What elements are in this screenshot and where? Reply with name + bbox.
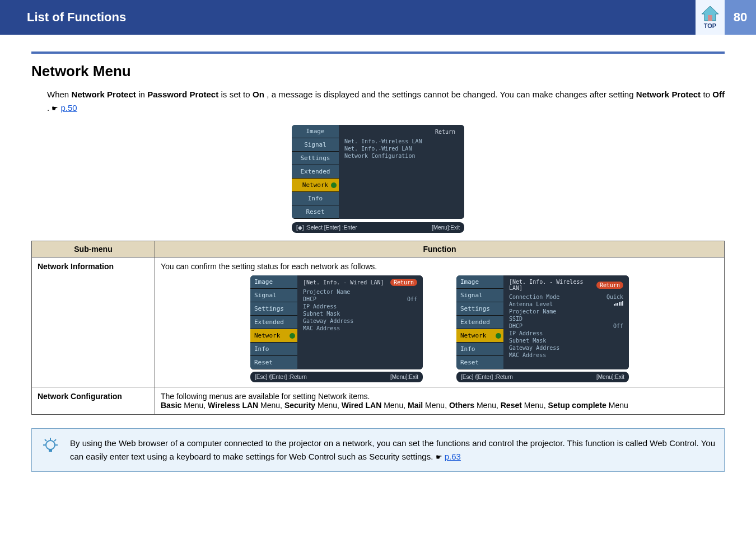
panel-title: [Net. Info. - Wireless LAN] [509,279,596,291]
wireless-block: Image Signal Settings Extended Network I… [456,275,629,382]
text: to [703,90,712,99]
text-bold: Off [712,90,725,99]
pointer-icon: ☛ [436,453,442,461]
svg-point-3 [46,441,55,449]
t: Menu [606,401,628,410]
k: DHCP [509,323,522,329]
menu-footer: [Esc] /[Enter] :Return [Menu]:Exit [250,372,423,382]
menu-item-image: Image [292,125,339,138]
b: Wireless LAN [208,401,258,410]
row-desc: You can confirm the setting status for e… [161,262,718,271]
svg-line-8 [45,439,46,441]
tip-text: By using the Web browser of a computer c… [70,437,715,463]
t: Menu, [423,401,449,410]
menu-item-extended: Extended [292,165,339,179]
menu-item: Reset [250,356,297,369]
cell-submenu: Network Configuration [32,387,155,415]
menu-footer: [Esc] /[Enter] :Return [Menu]:Exit [456,372,629,382]
menu-right-panel: Return Net. Info.-Wireless LAN Net. Info… [339,125,464,219]
menu-item: Signal [250,289,297,302]
menu-opt: Net. Info.-Wireless LAN [344,138,422,144]
th-function: Function [155,241,725,257]
page-number: 80 [725,0,756,35]
cell-function: The following menus are available for se… [155,387,725,415]
text: When [47,90,72,99]
k: Gateway Address [509,345,559,351]
top-button[interactable]: TOP [696,0,725,35]
menu-footer: [◆] :Select [Enter] :Enter [Menu]:Exit [292,222,464,233]
menu-item: Settings [456,302,503,316]
menu-shot-main: Image Signal Settings Extended Network I… [292,125,464,219]
return-label: Return [432,128,459,135]
text: , a message is displayed and the setting… [267,90,636,99]
menu-item-info: Info [292,192,339,205]
cell-submenu: Network Information [32,257,155,387]
menu-item: Info [456,343,503,356]
menu-item: Signal [456,289,503,302]
k: Projector Name [509,308,556,315]
text-bold: Network Protect [72,90,136,99]
v: Off [407,296,417,302]
antenna-bars-icon [614,301,623,306]
menu-left-list: Image Signal Settings Extended Network I… [292,125,339,219]
divider [31,51,725,54]
k: MAC Address [509,352,546,358]
menu-item-selected: Network [456,329,503,343]
pointer-icon: ☛ [52,104,58,113]
v: Off [613,323,623,329]
lightbulb-icon [41,437,60,460]
section-heading: Network Menu [31,63,725,80]
page-link[interactable]: p.50 [61,103,77,113]
foot-left: [Esc] /[Enter] :Return [461,374,513,380]
home-top-icon: TOP [701,5,720,30]
menu-item-settings: Settings [292,152,339,165]
k: Gateway Address [303,318,353,324]
row-desc: The following menus are available for se… [161,392,718,401]
wired-block: Image Signal Settings Extended Network I… [250,275,423,382]
foot-right: [Menu]:Exit [390,374,418,380]
menu-item-reset: Reset [292,205,339,219]
b: Reset [501,401,522,410]
menu-item-network-selected: Network [292,179,339,192]
foot-left: [◆] :Select [Enter] :Enter [296,224,357,231]
intro-paragraph: When Network Protect in Password Protect… [47,88,725,115]
t: Menu, [474,401,501,410]
foot-right: [Menu]:Exit [432,224,460,231]
foot-right: [Menu]:Exit [596,374,624,380]
k: Subnet Mask [303,311,340,317]
t: Menu, [522,401,548,410]
menu-opt: Net. Info.-Wired LAN [344,146,412,152]
page-body: Network Menu When Network Protect in Pas… [0,35,756,483]
v: Quick [606,294,623,300]
return-badge: Return [596,282,623,289]
page-link[interactable]: p.63 [445,452,461,461]
page-title: List of Functions [27,10,126,25]
text-bold: Password Protect [147,90,218,99]
text-bold: On [253,90,264,99]
header-right: TOP 80 [696,0,756,35]
t: Menu, [381,401,408,410]
menu-shot-wired: Image Signal Settings Extended Network I… [250,275,423,369]
menu-item: Image [456,275,503,289]
menu-item-signal: Signal [292,138,339,152]
svg-rect-4 [49,449,52,452]
tip-box: By using the Web browser of a computer c… [31,428,725,472]
t: Menu, [181,401,208,410]
b: Others [449,401,474,410]
svg-line-9 [54,439,56,441]
menu-item: Extended [250,316,297,329]
k: Subnet Mask [509,338,546,344]
k: Projector Name [303,289,350,295]
t: Menu, [315,401,342,410]
menu-item: Image [250,275,297,289]
function-table: Sub-menu Function Network Information Yo… [31,241,725,415]
k: IP Address [303,303,337,310]
menu-item: Extended [456,316,503,329]
cell-screenshots: Image Signal Settings Extended Network I… [161,275,718,382]
k: DHCP [303,296,316,302]
svg-text:TOP: TOP [704,22,716,29]
svg-rect-1 [708,15,712,21]
k: SSID [509,316,522,322]
header-bar: List of Functions TOP 80 [0,0,756,35]
menu-list-line: Basic Menu, Wireless LAN Menu, Security … [161,401,718,410]
